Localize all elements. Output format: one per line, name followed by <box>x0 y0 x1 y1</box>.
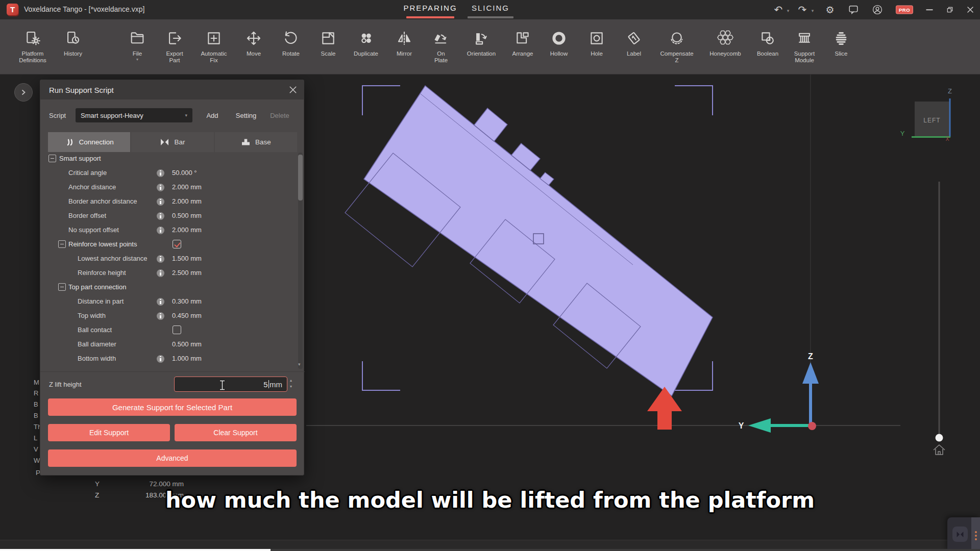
user-account-icon[interactable] <box>872 4 884 16</box>
info-icon[interactable] <box>157 269 164 277</box>
param-row-border-anchor-distance[interactable]: Border anchor distance2.000 mm <box>40 194 296 209</box>
toolbar-item-on-plate[interactable]: On Plate <box>419 30 463 64</box>
z-lift-height-input[interactable]: 5 mm <box>174 377 287 392</box>
toolbar-item-export-part[interactable]: Export Part <box>153 30 197 64</box>
model-mesh[interactable] <box>345 86 713 396</box>
toolbar-item-orientation[interactable]: Orientation <box>459 30 503 57</box>
spinner-up-icon[interactable]: ▴ <box>290 379 292 383</box>
redo-button[interactable]: ↷ <box>798 5 807 15</box>
pip-widget[interactable] <box>947 517 980 551</box>
edit-support-button[interactable]: Edit Support <box>48 424 170 441</box>
info-icon[interactable] <box>157 227 164 234</box>
expand-panel-button[interactable] <box>14 83 33 102</box>
setting-script-button[interactable]: Setting <box>236 112 256 119</box>
param-row-critical-angle[interactable]: Critical angle50.000 ° <box>40 166 296 180</box>
generate-support-button[interactable]: Generate Support for Selected Part <box>48 398 297 416</box>
toolbar-item-honeycomb[interactable]: Honeycomb <box>703 30 747 57</box>
orientation-icon <box>459 30 503 48</box>
param-row-reinforce-height[interactable]: Reinforce height2.500 mm <box>40 266 296 280</box>
param-value[interactable]: 0.500 mm <box>172 209 202 223</box>
toolbar-item-automatic-fix[interactable]: Automatic Fix <box>192 30 236 64</box>
tab-label: Base <box>255 138 271 146</box>
minimize-button[interactable] <box>926 9 933 10</box>
zoom-slider[interactable] <box>936 182 943 442</box>
info-icon[interactable] <box>157 212 164 220</box>
info-icon[interactable] <box>157 169 164 177</box>
param-value[interactable]: 1.000 mm <box>172 352 202 366</box>
param-value[interactable]: 2.000 mm <box>172 194 202 209</box>
collapse-minus-icon[interactable] <box>48 155 56 162</box>
hidden-panel-label-fragment: B <box>34 412 38 419</box>
dialog-close-button[interactable] <box>289 86 297 94</box>
param-value[interactable]: 0.450 mm <box>172 309 202 323</box>
param-row-top-part-connection[interactable]: Top part connection <box>40 280 296 294</box>
param-row-anchor-distance[interactable]: Anchor distance2.000 mm <box>40 180 296 194</box>
param-label: Smart support <box>59 152 101 166</box>
view-cube[interactable]: LEFT Z Y X <box>900 87 952 142</box>
honeycomb-icon <box>703 30 747 48</box>
param-value[interactable]: 0.500 mm <box>172 337 202 352</box>
collapse-minus-icon[interactable] <box>58 283 66 291</box>
toolbar-item-history[interactable]: History <box>51 30 95 57</box>
script-select[interactable]: Smart support-Heavy ▾ <box>76 108 192 122</box>
dialog-header[interactable]: Run Support Script <box>40 80 304 99</box>
scroll-down-icon[interactable]: ▾ <box>298 362 301 367</box>
param-row-reinforce-lowest-points[interactable]: Reinforce lowest points <box>40 237 296 252</box>
scrollbar-thumb[interactable] <box>298 155 303 201</box>
param-row-ball-contact[interactable]: Ball contact <box>40 323 296 337</box>
param-row-ball-diameter[interactable]: Ball diameter0.500 mm <box>40 337 296 352</box>
info-icon[interactable] <box>157 312 164 320</box>
undo-dropdown-icon[interactable]: ▾ <box>787 8 790 13</box>
hidden-panel-label-fragment: V <box>34 445 38 453</box>
advanced-button[interactable]: Advanced <box>48 449 297 467</box>
param-value[interactable]: 2.000 mm <box>172 180 202 194</box>
tab-base[interactable]: Base <box>215 132 297 152</box>
toolbar-item-platform-definitions[interactable]: Platform Definitions <box>11 30 55 64</box>
checkbox-unchecked[interactable] <box>173 325 181 334</box>
redo-dropdown-icon[interactable]: ▾ <box>812 8 814 13</box>
info-icon[interactable] <box>157 298 164 306</box>
home-view-icon[interactable] <box>934 445 945 455</box>
param-value[interactable]: 1.500 mm <box>172 252 202 266</box>
add-script-button[interactable]: Add <box>206 112 218 119</box>
platform-size-y-value: 72.000 mm <box>122 480 184 488</box>
toolbar-item-compensate-z[interactable]: Compensate Z <box>655 30 699 64</box>
settings-gear-icon[interactable]: ⚙ <box>825 4 834 16</box>
info-icon[interactable] <box>157 355 164 363</box>
toolbar-item-label[interactable]: Label <box>612 30 656 57</box>
param-value[interactable]: 2.500 mm <box>172 266 202 280</box>
collapse-minus-icon[interactable] <box>58 240 66 248</box>
info-icon[interactable] <box>157 198 164 206</box>
viewport-canvas[interactable]: Z Y LEFT Z Y X <box>286 60 980 459</box>
param-row-bottom-width[interactable]: Bottom width1.000 mm <box>40 352 296 366</box>
tab-slicing[interactable]: SLICING <box>472 4 509 12</box>
spinner-down-icon[interactable]: ▾ <box>290 385 292 389</box>
tab-preparing[interactable]: PREPARING <box>403 4 457 12</box>
toolbar-item-slice[interactable]: Slice <box>819 30 863 57</box>
video-progress-bar[interactable] <box>0 549 980 551</box>
param-row-top-width[interactable]: Top width0.450 mm <box>40 309 296 323</box>
tab-connection[interactable]: Connection <box>48 132 130 152</box>
zoom-slider-handle[interactable] <box>936 434 943 442</box>
tab-bar[interactable]: Bar <box>131 132 213 152</box>
param-row-no-support-offset[interactable]: No support offset2.000 mm <box>40 223 296 237</box>
param-value[interactable]: 2.000 mm <box>172 223 202 237</box>
checkbox-checked[interactable] <box>173 240 181 248</box>
info-icon[interactable] <box>157 184 164 191</box>
param-row-lowest-anchor-distance[interactable]: Lowest anchor distance1.500 mm <box>40 252 296 266</box>
toolbar-item-duplicate[interactable]: Duplicate <box>344 30 388 57</box>
param-row-border-offset[interactable]: Border offset0.500 mm <box>40 209 296 223</box>
feedback-chat-icon[interactable] <box>848 4 859 15</box>
param-row-distance-in-part[interactable]: Distance in part0.300 mm <box>40 294 296 309</box>
param-row-smart-support[interactable]: Smart support <box>40 152 296 166</box>
delete-script-button[interactable]: Delete <box>270 112 289 119</box>
clear-support-button[interactable]: Clear Support <box>175 424 297 441</box>
param-value[interactable]: 50.000 ° <box>172 166 197 180</box>
restore-window-button[interactable] <box>946 6 954 14</box>
close-window-button[interactable] <box>967 6 974 13</box>
info-icon[interactable] <box>157 255 164 263</box>
scrollbar[interactable] <box>298 153 303 369</box>
param-value[interactable]: 0.300 mm <box>172 294 202 309</box>
undo-button[interactable]: ↶ <box>774 5 783 15</box>
pip-play-icon[interactable] <box>952 527 968 542</box>
